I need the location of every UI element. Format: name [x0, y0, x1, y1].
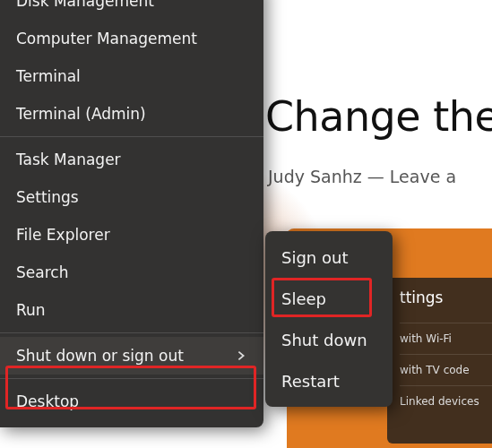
menu-item-label: Computer Management — [16, 30, 197, 47]
background-settings-card: ttings with Wi-Fi with TV code Linked de… — [387, 278, 492, 444]
menu-item-label: File Explorer — [16, 226, 110, 244]
menu-item-label: Settings — [16, 188, 79, 206]
menu-item-file-explorer[interactable]: File Explorer — [0, 216, 263, 254]
submenu-item-label: Sleep — [281, 289, 326, 308]
menu-item-disk-management[interactable]: Disk Management — [0, 0, 263, 20]
card-heading: ttings — [400, 289, 492, 306]
submenu-item-restart[interactable]: Restart — [265, 360, 393, 401]
card-row: with TV code — [400, 354, 492, 385]
submenu-item-label: Restart — [281, 372, 340, 391]
menu-item-terminal[interactable]: Terminal — [0, 57, 263, 95]
menu-separator — [0, 378, 263, 379]
submenu-item-sleep[interactable]: Sleep — [265, 278, 393, 319]
menu-item-run[interactable]: Run — [0, 291, 263, 329]
menu-item-label: Shut down or sign out — [16, 347, 184, 365]
menu-item-computer-management[interactable]: Computer Management — [0, 20, 263, 57]
submenu-item-sign-out[interactable]: Sign out — [265, 237, 393, 278]
card-row: with Wi-Fi — [400, 323, 492, 354]
menu-item-settings[interactable]: Settings — [0, 178, 263, 216]
chevron-right-icon — [235, 349, 247, 362]
card-row: Linked devices — [400, 385, 492, 417]
menu-item-search[interactable]: Search — [0, 254, 263, 291]
menu-item-label: Terminal (Admin) — [16, 105, 146, 123]
menu-item-label: Task Manager — [16, 151, 121, 168]
winx-context-menu: Disk Management Computer Management Term… — [0, 0, 263, 427]
menu-item-terminal-admin[interactable]: Terminal (Admin) — [0, 95, 263, 133]
menu-item-desktop[interactable]: Desktop — [0, 383, 263, 420]
power-submenu: Sign out Sleep Shut down Restart — [265, 231, 393, 407]
submenu-item-label: Sign out — [281, 248, 348, 267]
menu-item-label: Desktop — [16, 392, 79, 410]
submenu-item-label: Shut down — [281, 331, 367, 349]
menu-separator — [0, 136, 263, 137]
page-byline: Judy Sanhz — Leave a — [268, 167, 456, 186]
page-title: Change the — [265, 92, 492, 141]
menu-item-label: Disk Management — [16, 0, 154, 10]
menu-separator — [0, 332, 263, 333]
menu-item-label: Run — [16, 301, 46, 319]
menu-item-label: Terminal — [16, 67, 81, 85]
menu-item-task-manager[interactable]: Task Manager — [0, 141, 263, 178]
submenu-item-shut-down[interactable]: Shut down — [265, 319, 393, 360]
menu-item-shut-down-or-sign-out[interactable]: Shut down or sign out — [0, 337, 263, 375]
menu-item-label: Search — [16, 263, 68, 281]
